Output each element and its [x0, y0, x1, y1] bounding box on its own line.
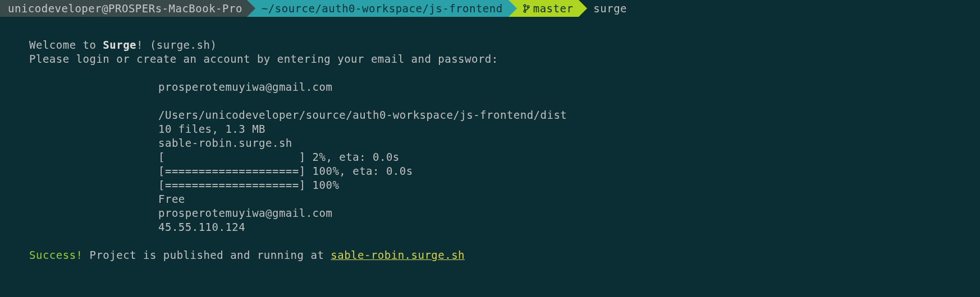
detail-files: 10 files, 1.3 MB: [29, 122, 980, 136]
progress-bar-2: [====================] 100%, eta: 0.0s: [29, 164, 980, 178]
progress-bar-1: [ ] 2%, eta: 0.0s: [29, 150, 980, 164]
command-output: Welcome to Surge! (surge.sh) Please logi…: [0, 38, 980, 262]
svg-point-1: [524, 10, 526, 12]
welcome-line: Welcome to Surge! (surge.sh): [29, 38, 980, 52]
terminal-window: unicodeveloper@PROSPERs-MacBook-Pro ~/so…: [0, 0, 980, 262]
svg-point-0: [524, 4, 526, 7]
git-branch-icon: [523, 1, 530, 17]
prompt-branch: master: [509, 0, 579, 17]
detail-email: prosperotemuyiwa@gmail.com: [29, 80, 980, 94]
published-url-link[interactable]: sable-robin.surge.sh: [331, 249, 465, 261]
success-line: Success! Project is published and runnin…: [29, 248, 980, 262]
detail-domain: sable-robin.surge.sh: [29, 136, 980, 150]
detail-plan: Free: [29, 192, 980, 206]
detail-email-2: prosperotemuyiwa@gmail.com: [29, 206, 980, 220]
progress-bar-3: [====================] 100%: [29, 178, 980, 192]
prompt-path: ~/source/auth0-workspace/js-frontend: [247, 0, 509, 17]
svg-point-2: [527, 6, 529, 8]
success-label: Success!: [29, 249, 83, 261]
login-prompt: Please login or create an account by ent…: [29, 52, 980, 66]
prompt-line[interactable]: unicodeveloper@PROSPERs-MacBook-Pro ~/so…: [0, 0, 980, 17]
detail-path: /Users/unicodeveloper/source/auth0-works…: [29, 108, 980, 122]
prompt-host: unicodeveloper@PROSPERs-MacBook-Pro: [0, 0, 247, 17]
detail-ip: 45.55.110.124: [29, 220, 980, 234]
